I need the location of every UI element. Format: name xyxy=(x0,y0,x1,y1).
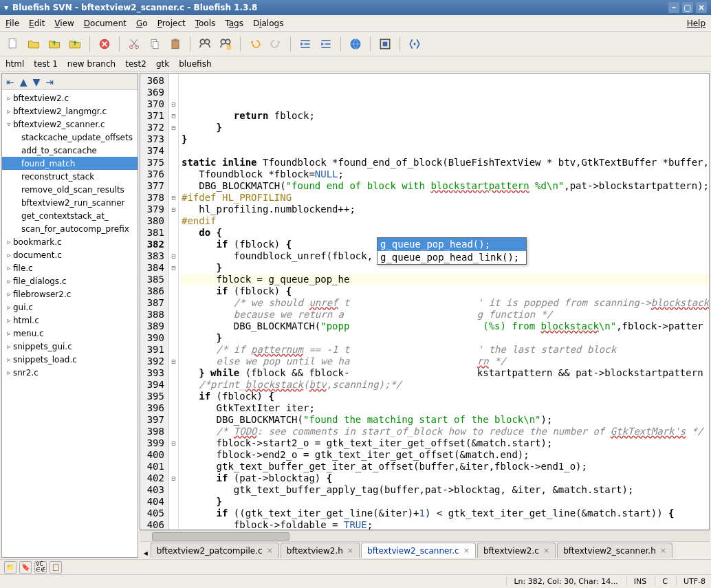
code-line[interactable]: DBG_BLOCKMATCH("popp (%s) from blockstac… xyxy=(182,320,709,332)
code-line[interactable]: /* TODO: see comments in start_of_block … xyxy=(182,426,709,437)
tree-child-item[interactable]: add_to_scancache xyxy=(2,144,138,157)
code-line[interactable]: gtk_text_buffer_apply_tag(buffer,pat->bl… xyxy=(182,484,709,496)
tab-close-icon[interactable]: × xyxy=(267,546,273,555)
project-tab[interactable]: gtk xyxy=(156,59,169,69)
menu-dialogs[interactable]: Dialogs xyxy=(253,19,284,28)
cut-button[interactable] xyxy=(125,35,143,53)
bookmarks-panel-icon[interactable]: 🔖 xyxy=(19,561,32,574)
autocomplete-item[interactable]: g_queue_pop_head(); xyxy=(378,238,526,251)
code-line[interactable]: /* we should unref t ' it is popped from… xyxy=(182,297,709,309)
tree-item[interactable]: ▹filebrowser2.c xyxy=(2,287,138,301)
nav-up-icon[interactable]: ▲ xyxy=(20,76,28,87)
code-line[interactable]: } while (fblock && fblock- kstartpattern… xyxy=(182,367,709,379)
tree-item[interactable]: ▹snippets_gui.c xyxy=(2,340,138,353)
menu-view[interactable]: View xyxy=(54,19,74,28)
new-file-button[interactable] xyxy=(4,35,22,53)
scrollbar-thumb[interactable] xyxy=(152,532,289,541)
horizontal-scrollbar[interactable] xyxy=(140,530,710,541)
code-line[interactable]: if (fblock) { xyxy=(182,391,709,402)
find-button[interactable] xyxy=(196,35,214,53)
code-line[interactable]: DBG_BLOCKMATCH("found end of block with … xyxy=(182,180,709,192)
undo-button[interactable] xyxy=(246,35,264,53)
tree-item[interactable]: ▹bookmark.c xyxy=(2,235,138,248)
open-file-button[interactable] xyxy=(25,35,43,53)
editor-tab[interactable]: bftextview2.h× xyxy=(281,543,360,558)
code-line[interactable]: } xyxy=(182,122,709,133)
code-line[interactable]: fblock = g_queue_pop_he xyxy=(182,274,709,285)
menu-project[interactable]: Project xyxy=(157,19,186,28)
code-line[interactable]: Tfoundblock *fblock=NULL; xyxy=(182,168,709,180)
tree-item[interactable]: ▹gui.c xyxy=(2,301,138,314)
tree-item[interactable]: ▹file_dialogs.c xyxy=(2,274,138,287)
minimize-button[interactable]: – xyxy=(668,2,679,13)
nav-last-icon[interactable]: ⇥ xyxy=(45,76,54,87)
code-line[interactable]: } xyxy=(182,496,709,508)
menu-document[interactable]: Document xyxy=(84,19,127,28)
code-line[interactable]: #endif xyxy=(182,215,709,227)
project-tab[interactable]: bluefish xyxy=(179,59,211,69)
code-line[interactable]: } xyxy=(182,133,709,145)
tree-item[interactable]: ▹html.c xyxy=(2,314,138,327)
tab-scroll-left-icon[interactable]: ◂ xyxy=(141,548,151,558)
maximize-button[interactable]: ▢ xyxy=(682,2,693,13)
code-line[interactable]: fblock->start2_o = gtk_text_iter_get_off… xyxy=(182,437,709,449)
menu-go[interactable]: Go xyxy=(136,19,148,28)
tree-item[interactable]: ▿bftextview2_scanner.c xyxy=(2,118,138,131)
code-line[interactable]: } xyxy=(182,332,709,344)
tree-item[interactable]: ▹file.c xyxy=(2,261,138,274)
tree-item[interactable]: ▹document.c xyxy=(2,248,138,261)
code-line[interactable]: if (fblock) { xyxy=(182,285,709,297)
code-line[interactable]: /* if patternum == -1 t ' the last start… xyxy=(182,344,709,356)
code-area[interactable]: return fblock; }}static inline Tfoundblo… xyxy=(179,74,709,530)
tree-child-item[interactable]: reconstruct_stack xyxy=(2,170,138,183)
save-as-button[interactable] xyxy=(66,35,84,53)
tree-item[interactable]: ▹menu.c xyxy=(2,327,138,340)
tab-close-icon[interactable]: × xyxy=(347,546,353,555)
code-editor[interactable]: 3683693703713723733743753763773783793803… xyxy=(140,73,710,530)
charmap-panel-icon[interactable]: ∀C∈∉ xyxy=(34,561,47,574)
menu-tags[interactable]: Tags xyxy=(225,19,243,28)
tree-child-item[interactable]: stackcache_update_offsets xyxy=(2,131,138,144)
unindent-button[interactable] xyxy=(296,35,314,53)
code-line[interactable]: return fblock; xyxy=(182,110,709,122)
code-line[interactable]: fblock->end2_o = gtk_text_iter_get_offse… xyxy=(182,449,709,461)
tree-item[interactable]: ▹bftextview2_langmgr.c xyxy=(2,105,138,118)
menu-tools[interactable]: Tools xyxy=(195,19,216,28)
code-line[interactable]: because we return a g function */ xyxy=(182,309,709,320)
code-line[interactable]: if (pat->blocktag) { xyxy=(182,472,709,484)
editor-tab[interactable]: bftextview2_patcompile.c× xyxy=(151,543,279,558)
sidebar-toggle-button[interactable] xyxy=(406,35,424,53)
save-file-button[interactable] xyxy=(45,35,63,53)
code-line[interactable]: /*print_blockstack(btv,scanning);*/ xyxy=(182,379,709,391)
tree-child-item[interactable]: get_contextstack_at_ xyxy=(2,209,138,222)
code-line[interactable]: fblock->foldable = TRUE; xyxy=(182,519,709,530)
editor-tab[interactable]: bftextview2_scanner.h× xyxy=(557,543,672,558)
close-button[interactable]: × xyxy=(696,2,707,13)
tree-item[interactable]: ▹snr2.c xyxy=(2,366,138,379)
code-line[interactable]: DBG_BLOCKMATCH("found the matching start… xyxy=(182,414,709,426)
editor-tab[interactable]: bftextview2.c× xyxy=(477,543,556,558)
tree-item[interactable]: ▹bftextview2.c xyxy=(2,91,138,105)
code-line[interactable]: if ((gtk_text_iter_get_line(&iter)+1) < … xyxy=(182,508,709,519)
menu-edit[interactable]: Edit xyxy=(29,19,45,28)
tab-close-icon[interactable]: × xyxy=(463,546,470,555)
tree-child-item[interactable]: remove_old_scan_results xyxy=(2,183,138,196)
copy-button[interactable] xyxy=(146,35,164,53)
tab-close-icon[interactable]: × xyxy=(543,546,549,555)
code-line[interactable]: hl_profiling.numblockend++; xyxy=(182,204,709,215)
project-tab[interactable]: test 1 xyxy=(34,59,58,69)
project-tab[interactable]: new branch xyxy=(67,59,116,69)
close-file-button[interactable] xyxy=(96,35,113,53)
nav-down-icon[interactable]: ▼ xyxy=(33,76,41,87)
fold-gutter[interactable]: ⊟⊟⊟⊟⊟⊟⊟⊟⊟⊟ xyxy=(169,74,179,530)
nav-first-icon[interactable]: ⇤ xyxy=(6,76,14,87)
window-menu-icon[interactable]: ▾ xyxy=(4,3,8,12)
menu-file[interactable]: File xyxy=(6,19,19,28)
code-line[interactable] xyxy=(182,145,709,157)
project-tab[interactable]: test2 xyxy=(125,59,146,69)
tree-child-item[interactable]: scan_for_autocomp_prefix xyxy=(2,222,138,235)
redo-button[interactable] xyxy=(267,35,285,53)
code-line[interactable]: GtkTextIter iter; xyxy=(182,402,709,414)
find-replace-button[interactable] xyxy=(217,35,234,53)
paste-button[interactable] xyxy=(166,35,184,53)
